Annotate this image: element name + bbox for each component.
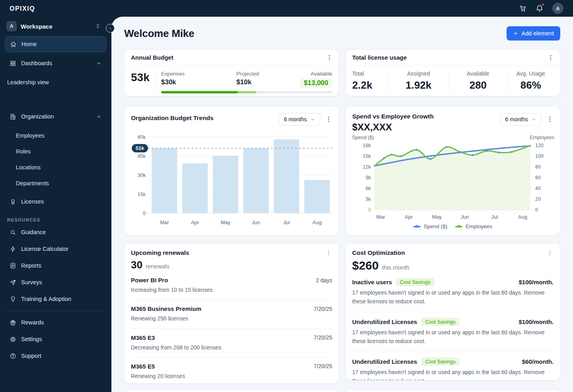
- svg-text:Jul: Jul: [283, 219, 290, 225]
- sidebar-item-home[interactable]: Home: [5, 36, 107, 52]
- sidebar-item-roles[interactable]: Roles: [0, 144, 111, 159]
- savings-amount-suffix: this month: [382, 264, 409, 271]
- organization-icon: [10, 113, 16, 120]
- card-title: Total license usage: [352, 54, 407, 61]
- stat-value: 1.92k: [405, 79, 431, 91]
- sidebar-item-label: Rewards: [21, 319, 44, 326]
- kebab-menu-icon[interactable]: [546, 116, 554, 123]
- workspace-switcher[interactable]: A Workspace: [6, 21, 101, 31]
- chevron-down-icon: [310, 117, 315, 122]
- cost-optimization-row[interactable]: Underutilized Licenses Cost Savings $60/…: [352, 352, 554, 380]
- cost-savings-badge: Cost Savings: [396, 278, 435, 286]
- page-title: Welcome Mike: [124, 27, 194, 40]
- renewal-row[interactable]: M365 E3 7/20/25 Decreasing from 208 to 2…: [131, 329, 332, 357]
- available-amount-badge: $13,000: [300, 78, 332, 88]
- sidebar-item-rewards[interactable]: Rewards: [5, 314, 107, 331]
- workspace-avatar: A: [6, 21, 17, 31]
- sidebar-collapse-button[interactable]: [106, 24, 115, 33]
- unfold-icon: [95, 23, 101, 29]
- spend-amount: $XX,XXX: [352, 122, 434, 133]
- budget-trends-chart: 015k30k45k60kMarAprMayJunJulAug51k: [131, 129, 333, 228]
- plus-icon: [513, 31, 518, 36]
- cost-optimization-row[interactable]: Underutilized Licenses Cost Savings $100…: [352, 312, 554, 352]
- sidebar-item-reports[interactable]: Reports: [5, 257, 107, 274]
- app-logo: OPIXIQ: [0, 0, 111, 12]
- upcoming-renewals-card: Upcoming renewals 30 renewals Power BI P…: [124, 243, 339, 384]
- sidebar-item-departments[interactable]: Departments: [0, 175, 111, 191]
- renewal-row[interactable]: M365 Business Premium 7/20/25 Renewing 2…: [131, 300, 332, 328]
- budget-trends-card: Organization Budget Trends 6 months 015k…: [124, 106, 339, 235]
- svg-text:Apr: Apr: [405, 214, 413, 220]
- kebab-menu-icon[interactable]: [325, 249, 332, 256]
- sidebar-item-training-adoption[interactable]: Training & Adoption: [5, 291, 107, 307]
- cost-savings-badge: Cost Savings: [421, 357, 460, 366]
- renewals-count: 30: [131, 259, 142, 271]
- svg-text:45k: 45k: [138, 153, 146, 159]
- sidebar-item-organization[interactable]: Organization: [5, 109, 107, 124]
- kebab-menu-icon[interactable]: [326, 54, 333, 61]
- add-element-button[interactable]: Add element: [507, 26, 560, 41]
- card-title: Organization Budget Trends: [131, 113, 214, 122]
- search-icon: [10, 229, 16, 236]
- renewals-count-suffix: renewals: [146, 263, 170, 270]
- dashboards-icon: [10, 60, 16, 67]
- sidebar-item-leadership-view[interactable]: Leadership view: [0, 74, 111, 90]
- sidebar-item-label: Guidance: [21, 229, 46, 235]
- svg-text:Jun: Jun: [252, 219, 260, 225]
- svg-text:51k: 51k: [136, 146, 144, 151]
- sidebar: OPIXIQ A Workspace Home Dashboards Leade…: [0, 0, 111, 392]
- sidebar-item-locations[interactable]: Locations: [0, 159, 111, 175]
- kebab-menu-icon[interactable]: [325, 116, 332, 123]
- spend-growth-card: Spend vs Employee Growth $XX,XXX 6 month…: [345, 106, 560, 235]
- sidebar-item-support[interactable]: Support: [5, 347, 107, 364]
- sidebar-item-license-calculator[interactable]: License Calculator: [5, 241, 107, 257]
- card-title: Annual Budget: [131, 54, 173, 61]
- progress-projected-segment: [238, 91, 256, 93]
- range-select[interactable]: 6 months: [500, 113, 542, 126]
- sidebar-item-licenses[interactable]: Licenses: [5, 194, 107, 210]
- svg-text:12k: 12k: [363, 164, 371, 170]
- sidebar-item-surveys[interactable]: Surveys: [5, 274, 107, 291]
- kebab-menu-icon[interactable]: [546, 249, 554, 256]
- kebab-menu-icon[interactable]: [547, 54, 554, 61]
- notifications-button[interactable]: [536, 4, 544, 12]
- partial-card: [124, 390, 339, 392]
- sidebar-item-label: Training & Adoption: [21, 296, 71, 302]
- range-select[interactable]: 6 months: [279, 113, 320, 126]
- stat-label: Assigned: [407, 70, 430, 77]
- annual-budget-card: Annual Budget 53k Expenses $30k Projecte…: [124, 49, 339, 96]
- sidebar-item-settings[interactable]: Settings: [5, 331, 107, 347]
- progress-expenses-segment: [161, 91, 238, 93]
- renewal-row[interactable]: M365 E5 7/20/25 Renewing 20 licenses: [131, 357, 332, 384]
- stat-label: Total: [352, 70, 388, 77]
- stat-value: 280: [470, 79, 487, 91]
- stat-value: $30k: [161, 78, 236, 86]
- avatar[interactable]: A: [552, 3, 563, 14]
- sidebar-item-dashboards[interactable]: Dashboards: [5, 55, 107, 71]
- sidebar-item-label: Licenses: [21, 198, 44, 205]
- svg-text:Aug: Aug: [518, 214, 527, 220]
- svg-text:0: 0: [143, 211, 146, 216]
- spend-growth-chart: Spend ($)Employees3k6k9k12k15k18k0204060…: [352, 134, 554, 222]
- resources-heading: RESOURCES: [7, 217, 111, 222]
- stat-label: Avg. Usage: [516, 70, 545, 77]
- spend-legend-marker: [413, 226, 421, 227]
- stat-label: Available: [467, 70, 489, 77]
- cost-optimization-card: Cost Optimization $260 this month Inacti…: [345, 243, 560, 380]
- home-icon: [10, 41, 17, 48]
- cart-icon[interactable]: [519, 4, 527, 12]
- sidebar-item-employees[interactable]: Employees: [0, 128, 111, 144]
- renewal-row[interactable]: Power BI Pro 2 days Increasing from 10 t…: [131, 271, 332, 300]
- annual-budget-total: 53k: [131, 71, 150, 93]
- notification-badge: [541, 3, 545, 6]
- sidebar-item-label: Reports: [21, 262, 41, 269]
- sidebar-item-label: Home: [21, 41, 37, 47]
- sidebar-item-guidance[interactable]: Guidance: [5, 224, 107, 241]
- sidebar-divider: [5, 310, 107, 311]
- cost-optimization-row[interactable]: Inactive users Cost Savings $100/month. …: [352, 272, 554, 312]
- svg-text:May: May: [220, 219, 230, 225]
- chevron-up-icon: [96, 114, 102, 120]
- help-icon: [10, 353, 16, 359]
- svg-text:Mar: Mar: [160, 219, 169, 225]
- sidebar-item-label: License Calculator: [21, 246, 68, 252]
